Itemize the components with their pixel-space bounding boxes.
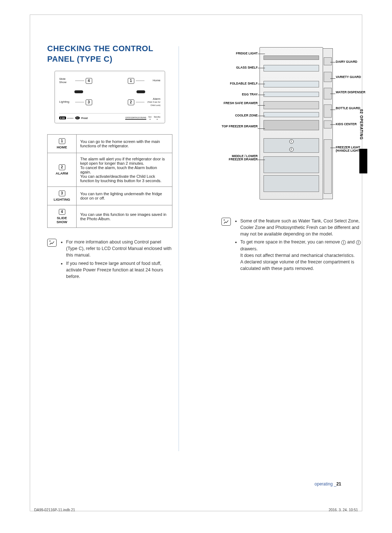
controls-table: 1 HOME You can go to the home screen wit…: [47, 134, 172, 228]
cell-home-desc: You can go to the home screen with the m…: [77, 135, 172, 153]
num-3: 3: [59, 190, 65, 196]
lead: [258, 116, 265, 116]
panel-row-top: Slide Show 4 1 Home: [59, 78, 160, 84]
dairy-guard: [324, 57, 332, 65]
note-icon: [47, 239, 57, 247]
left-note-list: For more information about using Control…: [60, 239, 172, 281]
label-dairy: DAIRY GUARD: [336, 60, 368, 63]
cell-home-label: 1 HOME: [48, 135, 77, 153]
leader-line: [136, 81, 145, 81]
panel-touch-left: [74, 90, 83, 93]
frost-text: Frost: [81, 117, 88, 119]
right-column: 1 2 FRIDGE LIGHT GLASS SHELF FOL: [221, 44, 367, 273]
lead: [258, 54, 265, 54]
lead: [330, 78, 335, 79]
lower-freezer-drawer: [264, 175, 319, 192]
n2d: It does not affect thermal and mechanica…: [240, 253, 355, 258]
print-footer-left: DA99-02116P-11.indb 21: [34, 508, 75, 512]
panel-label-lighting: Lighting: [59, 101, 74, 103]
cell-lighting-label: 3 LIGHTING: [48, 187, 77, 205]
control-panel-diagram: Slide Show 4 1 Home Lighting 3: [54, 71, 165, 123]
label-mid-lower: MIDDLE / LOWER FREEZER DRAWER: [221, 155, 258, 161]
lead: [258, 95, 265, 95]
panel-num-3: 3: [86, 99, 92, 105]
leader-line: [75, 81, 84, 81]
panel-label-home: Home: [146, 79, 160, 82]
section-heading: CHECKING THE CONTROL PANEL (TYPE C): [47, 44, 172, 64]
alarm-text: Alarm: [153, 97, 160, 101]
panel-box: Slide Show 4 1 Home Lighting 3: [54, 71, 165, 123]
fridge-body: 1 2: [260, 47, 323, 200]
lead: [330, 124, 335, 125]
fridge-light-bar: [264, 56, 319, 60]
panel-date: 12/03/12(MON)10:30(AM): [125, 116, 146, 120]
panel-num-1: 1: [128, 78, 134, 84]
left-note-2: If you need to freeze large amount of fo…: [66, 260, 172, 280]
table-row: 2 ALARM The alarm will alert you if the …: [48, 153, 172, 187]
dots-icon: ▪▪▪▪▪: [68, 117, 74, 119]
lead: [258, 105, 265, 106]
bottle-guard: [324, 104, 332, 118]
sun-label: Sun●: [148, 116, 152, 120]
lead: [330, 94, 335, 94]
name-home: HOME: [57, 145, 67, 149]
label-foldable-shelf: FOLDABLE SHELF: [221, 82, 258, 85]
egg-tray: [264, 92, 319, 97]
right-note-list: Some of the feature such as Water Tank, …: [234, 218, 367, 273]
diagram-circ-2: 2: [289, 147, 294, 152]
label-egg-tray: EGG TRAY: [221, 93, 258, 96]
page-footer-right: operating _21: [315, 481, 341, 487]
panel-date-text: 12/03/12(MON)10:30(AM): [125, 116, 146, 119]
no-circle-icon: NO: [75, 116, 80, 119]
lead: [330, 110, 335, 110]
page-number: 21: [336, 481, 341, 487]
num-4: 4: [59, 209, 65, 215]
table-row: 1 HOME You can go to the home screen wit…: [48, 135, 172, 153]
foldable-shelf: [264, 81, 319, 87]
date-underline: [125, 119, 146, 120]
lead: [330, 148, 335, 148]
table-row: 3 LIGHTING You can turn the lighting und…: [48, 187, 172, 205]
label-cooler-zone: COOLER ZONE: [221, 114, 258, 117]
print-footer-right: 2016. 3. 24. 10:51: [328, 508, 358, 512]
n2c: drawers.: [240, 246, 258, 251]
print-footer: DA99-02116P-11.indb 21 2016. 3. 24. 10:5…: [32, 508, 360, 512]
cell-slideshow-desc: You can use this function to see images …: [77, 205, 172, 228]
num-2: 2: [59, 164, 65, 170]
pill-icon: ■ ■■: [59, 116, 66, 119]
panel-footer: ■ ■■ ▪▪▪▪▪ NO Frost 12/03/12(MON)10:30(A…: [59, 113, 160, 120]
label-water: WATER DISPENSER: [336, 91, 368, 94]
footer-word: operating _: [315, 481, 336, 487]
lead: [258, 68, 265, 68]
lead: [330, 62, 335, 62]
lead: [258, 160, 265, 160]
n2b: and: [347, 239, 356, 245]
name-lighting: LIGHTING: [54, 197, 70, 201]
fresh-safe-drawer: [264, 101, 319, 109]
right-note-2: To get more space in the freezer, you ca…: [240, 239, 367, 272]
panel-num-2: 2: [128, 99, 134, 105]
label-glass-shelf: GLASS SHELF: [221, 66, 258, 69]
cooler-zone: [264, 112, 319, 117]
svg-point-1: [224, 220, 225, 221]
name-alarm: ALARM: [56, 171, 68, 175]
left-note-1: For more information about using Control…: [66, 239, 172, 258]
divider: [264, 120, 319, 130]
circ-1: 1: [341, 240, 346, 245]
leader-line: [136, 102, 145, 102]
glass-shelf: [264, 65, 319, 71]
lead: [258, 128, 265, 129]
mid-freezer-drawer: [264, 156, 319, 173]
variety-guard: [324, 72, 332, 82]
page-content: CHECKING THE CONTROL PANEL (TYPE C) Slid…: [47, 44, 367, 493]
left-note-block: For more information about using Control…: [47, 239, 172, 281]
right-note-block: Some of the feature such as Water Tank, …: [221, 218, 367, 273]
leader-line: [75, 102, 84, 102]
top-freezer-drawer: 1 2: [264, 138, 319, 153]
num-1: 1: [59, 138, 65, 144]
n2e: A declared storage volume of the freezer…: [240, 259, 354, 271]
cell-alarm-desc: The alarm will alert you if the refriger…: [77, 153, 172, 187]
panel-label-alarm: Alarm (Hold 3 sec for Child Lock): [146, 98, 160, 107]
fridge-door: [323, 48, 333, 199]
no-frost-badge: ■ ■■ ▪▪▪▪▪ NO Frost: [59, 116, 87, 119]
